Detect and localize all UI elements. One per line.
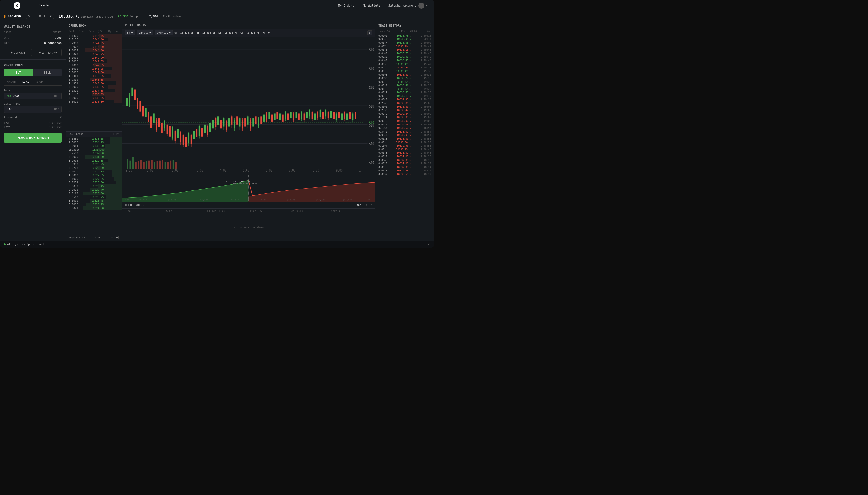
svg-rect-119 bbox=[263, 115, 264, 122]
overlay-dropdown[interactable]: Overlay ▼ bbox=[154, 30, 173, 35]
ob-col-price: Price (USD) bbox=[88, 30, 104, 33]
oo-col-header: Side Size Filled (BTC) Price (USD) Fee (… bbox=[122, 208, 375, 214]
svg-rect-204 bbox=[170, 160, 171, 169]
bid-row: 1.0000 10325.45 - bbox=[66, 199, 122, 203]
svg-rect-159 bbox=[317, 112, 318, 118]
agg-decrease-button[interactable]: − bbox=[110, 236, 114, 239]
max-button[interactable]: Max bbox=[6, 95, 11, 98]
svg-rect-143 bbox=[295, 112, 297, 118]
chart-nav-button[interactable]: ▶ bbox=[367, 31, 372, 35]
svg-rect-181 bbox=[346, 113, 348, 120]
stop-tab[interactable]: STOP bbox=[33, 79, 46, 85]
svg-rect-53 bbox=[175, 131, 176, 141]
svg-rect-139 bbox=[290, 112, 292, 118]
svg-rect-47 bbox=[166, 125, 168, 134]
limit-price-group: Limit Price USD bbox=[4, 102, 62, 113]
chart-type-dropdown[interactable]: Candle ▼ bbox=[136, 30, 153, 35]
amount-input[interactable] bbox=[13, 94, 54, 98]
aggregation-value: 0.05 bbox=[95, 236, 100, 239]
svg-rect-167 bbox=[328, 112, 329, 118]
ask-row: 1.0047 10343.75 - bbox=[66, 52, 122, 56]
svg-rect-85 bbox=[217, 117, 219, 125]
my-wallets-button[interactable]: My Wallets bbox=[359, 2, 384, 9]
my-orders-button[interactable]: My Orders bbox=[335, 2, 357, 9]
svg-rect-113 bbox=[255, 117, 257, 124]
svg-rect-55 bbox=[177, 129, 179, 138]
user-area[interactable]: Satoshi Nakamoto ▼ bbox=[386, 2, 430, 10]
th-col-trade-size: Trade Size bbox=[378, 30, 393, 33]
svg-text:8:00: 8:00 bbox=[313, 168, 319, 173]
agg-increase-button[interactable]: + bbox=[115, 236, 119, 239]
svg-rect-123 bbox=[268, 112, 270, 119]
sell-tab[interactable]: SELL bbox=[33, 69, 62, 76]
trade-row: 0.0234 10331.00 ↗ 9:48:28 bbox=[376, 155, 434, 158]
spread-label: USD Spread bbox=[69, 133, 83, 135]
trade-row: 0.3442 10333.01 ↗ 9:48:54 bbox=[376, 130, 434, 134]
trade-row: 0.2933 10336.42 ↗ 9:49:06 bbox=[376, 108, 434, 112]
asset-usd: USD bbox=[4, 36, 9, 40]
buy-tab[interactable]: BUY bbox=[4, 69, 33, 76]
advanced-toggle[interactable]: Advanced ▼ bbox=[4, 116, 62, 119]
ask-row: 0.2999 10344.35 - bbox=[66, 41, 122, 45]
withdraw-button[interactable]: ⊖ WITHDRAW bbox=[34, 49, 62, 56]
ask-row: 0.5922 10344.30 - bbox=[66, 45, 122, 49]
svg-rect-29 bbox=[142, 106, 144, 117]
limit-tab[interactable]: LIMIT bbox=[19, 79, 33, 85]
open-tab[interactable]: Open bbox=[355, 203, 361, 207]
nav-tab-trade[interactable]: Trade bbox=[34, 0, 53, 11]
depth-chart-svg: — 10,335.690 + Mid Market Price -300 $10… bbox=[122, 175, 375, 202]
svg-rect-161 bbox=[320, 110, 321, 117]
volume-label: V: bbox=[262, 31, 265, 34]
svg-rect-203 bbox=[167, 162, 169, 169]
trade-row: 0.0102 10336.78 ↗ 9:50:15 bbox=[376, 34, 434, 37]
depth-chart: — 10,335.690 + Mid Market Price -300 $10… bbox=[122, 175, 375, 202]
settings-icon[interactable]: ⚙ bbox=[428, 242, 430, 246]
timeframe-dropdown[interactable]: 5m ▼ bbox=[125, 30, 135, 35]
svg-rect-103 bbox=[242, 120, 243, 129]
top-nav: C Trade My Orders My Wallets Satoshi Nak… bbox=[0, 0, 434, 11]
svg-rect-65 bbox=[191, 135, 192, 144]
trade-row: 0.4000 10336.80 ↗ 9:49:06 bbox=[376, 105, 434, 109]
svg-rect-194 bbox=[143, 162, 145, 169]
trade-row: 0.0353 10333.01 ↗ 9:48:54 bbox=[376, 134, 434, 137]
svg-rect-63 bbox=[188, 134, 190, 143]
trade-row: 0.0023 10338.05 ↗ 9:49:48 bbox=[376, 55, 434, 59]
price-chart-svg: $10,425 $10,400 $10,375 $10,350 $10,325 … bbox=[122, 37, 375, 175]
svg-text:1:00: 1:00 bbox=[147, 168, 153, 173]
trade-row: 0.1094 10332.96 ↗ 9:48:53 bbox=[376, 144, 434, 148]
deposit-button[interactable]: ⊕ DEPOSIT bbox=[4, 49, 32, 56]
trade-row: 0.0046 10339.19 ↗ 9:49:19 bbox=[376, 94, 434, 98]
svg-text:1: 1 bbox=[359, 168, 361, 173]
minus-icon: ⊖ bbox=[39, 51, 41, 54]
last-price-label: Last trade price bbox=[87, 15, 113, 18]
limit-price-input[interactable] bbox=[6, 108, 54, 111]
oo-col-size: Size bbox=[166, 210, 207, 212]
trade-row: 0.1821 10336.98 ↗ 9:49:02 bbox=[376, 116, 434, 119]
svg-rect-187 bbox=[355, 112, 356, 119]
svg-rect-45 bbox=[164, 121, 165, 129]
nav-tabs: Trade bbox=[34, 0, 335, 11]
svg-rect-129 bbox=[277, 112, 278, 119]
svg-rect-77 bbox=[207, 126, 208, 135]
svg-rect-105 bbox=[244, 118, 246, 127]
trade-row: 0.0045 10339.33 ↗ 9:49:13 bbox=[376, 98, 434, 102]
trade-row: 0.0046 10335.24 ↗ 9:49:06 bbox=[376, 112, 434, 116]
order-book: Order Book Market Size Price (USD) My Si… bbox=[66, 21, 122, 241]
svg-rect-95 bbox=[231, 117, 232, 125]
chart-title: Price Charts bbox=[125, 23, 146, 27]
high-label: H: bbox=[196, 31, 199, 34]
svg-rect-125 bbox=[271, 115, 273, 122]
svg-rect-163 bbox=[322, 112, 324, 119]
place-order-button[interactable]: PLACE BUY ORDER bbox=[4, 133, 62, 142]
fills-tab[interactable]: Fills bbox=[364, 203, 372, 207]
market-tab[interactable]: MARKET bbox=[4, 79, 19, 85]
select-market-dropdown[interactable]: Select Market ▼ bbox=[26, 14, 54, 19]
svg-rect-61 bbox=[185, 137, 187, 147]
trading-pair: BTC-USD bbox=[7, 14, 21, 18]
amount-usd: 0.00 bbox=[55, 36, 62, 40]
svg-rect-131 bbox=[279, 113, 281, 120]
amount-label: Amount bbox=[4, 89, 62, 91]
bid-row: 3.0000 10331.00 - bbox=[66, 155, 122, 159]
low-value: 10,336.78 bbox=[224, 31, 238, 34]
order-type-tabs: MARKET LIMIT STOP bbox=[4, 79, 62, 86]
